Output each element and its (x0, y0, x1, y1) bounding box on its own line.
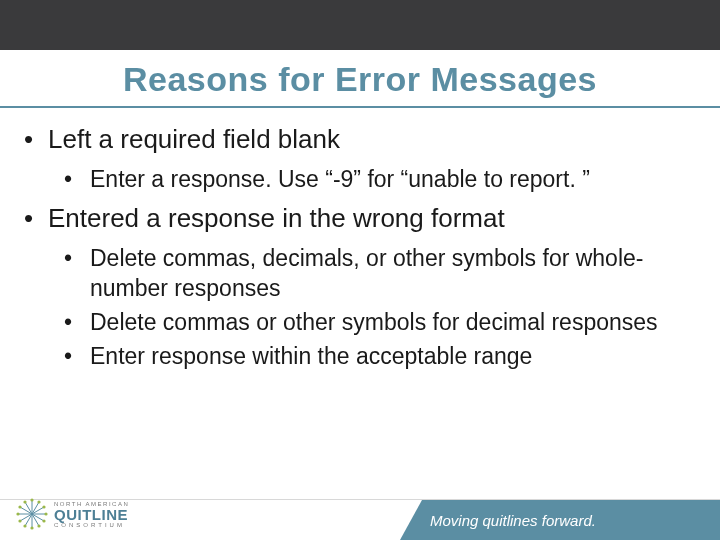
svg-point-14 (42, 505, 45, 508)
bullet-text: Entered a response in the wrong format (48, 203, 505, 233)
sub-bullet-item: Enter response within the acceptable ran… (60, 342, 698, 372)
bullet-item: Entered a response in the wrong format D… (22, 201, 698, 372)
logo-burst-icon (16, 498, 48, 530)
logo-main-text: QUITLINE (54, 507, 129, 522)
svg-point-15 (44, 512, 47, 515)
sub-bullet-text: Delete commas, decimals, or other symbol… (90, 245, 643, 301)
svg-point-18 (30, 526, 33, 529)
svg-point-17 (37, 524, 40, 527)
sub-bullet-item: Delete commas, decimals, or other symbol… (60, 244, 698, 304)
svg-point-20 (18, 519, 21, 522)
svg-point-16 (42, 519, 45, 522)
tagline-text: Moving quitlines forward. (430, 512, 596, 529)
logo-text: NORTH AMERICAN QUITLINE CONSORTIUM (54, 501, 129, 528)
svg-point-13 (37, 500, 40, 503)
title-underline (0, 106, 720, 108)
sub-bullet-text: Delete commas or other symbols for decim… (90, 309, 658, 335)
svg-point-19 (23, 524, 26, 527)
svg-point-23 (23, 500, 26, 503)
sub-bullet-text: Enter response within the acceptable ran… (90, 343, 532, 369)
svg-point-12 (30, 498, 33, 501)
slide: Reasons for Error Messages Left a requir… (0, 0, 720, 540)
svg-point-21 (16, 512, 19, 515)
slide-body: Left a required field blank Enter a resp… (22, 122, 698, 378)
sub-bullet-item: Enter a response. Use “-9” for “unable t… (60, 165, 698, 195)
sub-bullet-item: Delete commas or other symbols for decim… (60, 308, 698, 338)
footer-logo: NORTH AMERICAN QUITLINE CONSORTIUM (16, 498, 129, 530)
sub-bullet-text: Enter a response. Use “-9” for “unable t… (90, 166, 590, 192)
bullet-text: Left a required field blank (48, 124, 340, 154)
svg-point-22 (18, 505, 21, 508)
slide-title: Reasons for Error Messages (0, 60, 720, 99)
tagline-banner: Moving quitlines forward. (400, 500, 720, 540)
slide-footer: NORTH AMERICAN QUITLINE CONSORTIUM Movin… (0, 486, 720, 540)
logo-sub-text: CONSORTIUM (54, 522, 129, 528)
header-bar (0, 0, 720, 50)
bullet-item: Left a required field blank Enter a resp… (22, 122, 698, 195)
